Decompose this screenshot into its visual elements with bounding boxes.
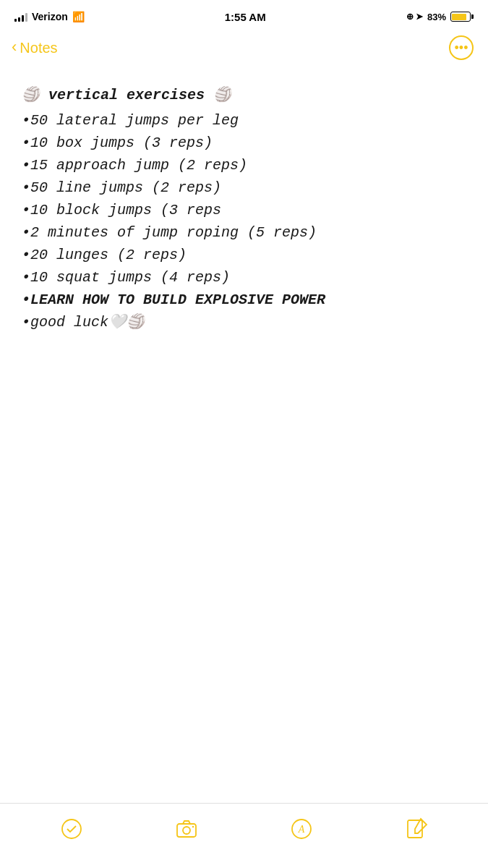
camera-icon	[175, 817, 198, 841]
note-line: •10 squat jumps (4 reps)	[22, 266, 466, 289]
nav-bar: ‹ Notes •••	[0, 32, 488, 69]
battery-icon	[450, 12, 474, 22]
note-line: •LEARN HOW TO BUILD EXPLOSIVE POWER	[22, 289, 466, 311]
note-line: •10 block jumps (3 reps	[22, 199, 466, 221]
signal-icon	[14, 12, 27, 22]
compose-icon	[405, 817, 428, 841]
camera-button[interactable]	[175, 817, 198, 841]
status-bar: Verizon 📶 1:55 AM ⊕ ➤ 83%	[0, 0, 488, 32]
bottom-toolbar: A	[0, 803, 488, 868]
checkmark-icon	[60, 817, 83, 841]
note-line: •50 line jumps (2 reps)	[22, 176, 466, 199]
status-right: ⊕ ➤ 83%	[406, 12, 474, 22]
status-left: Verizon 📶	[14, 11, 85, 22]
carrier-label: Verizon	[32, 11, 68, 22]
pencil-button[interactable]: A	[290, 817, 313, 841]
back-button[interactable]: ‹ Notes	[12, 40, 58, 56]
svg-point-3	[192, 825, 194, 827]
note-line: •20 lunges (2 reps)	[22, 244, 466, 266]
ellipsis-icon: •••	[455, 41, 468, 56]
time-label: 1:55 AM	[225, 11, 266, 23]
back-label: Notes	[20, 40, 57, 56]
location-icon: ⊕ ➤	[406, 12, 423, 22]
chevron-left-icon: ‹	[12, 39, 17, 55]
note-body: 🏐 vertical exercises 🏐 •50 lateral jumps…	[0, 69, 488, 348]
note-line: •10 box jumps (3 reps)	[22, 132, 466, 154]
note-line: •2 minutes of jump roping (5 reps)	[22, 221, 466, 244]
note-line: •15 approach jump (2 reps)	[22, 154, 466, 176]
note-title: 🏐 vertical exercises 🏐	[22, 84, 466, 106]
note-line: •50 lateral jumps per leg	[22, 109, 466, 132]
note-title-text: 🏐 vertical exercises 🏐	[22, 84, 231, 106]
compose-button[interactable]	[405, 817, 428, 841]
note-line: •good luck🤍🏐	[22, 311, 466, 333]
svg-rect-1	[177, 824, 196, 837]
pencil-icon: A	[290, 817, 313, 841]
wifi-icon: 📶	[72, 11, 85, 22]
battery-percent: 83%	[427, 12, 446, 22]
more-button[interactable]: •••	[449, 35, 474, 60]
svg-point-0	[62, 820, 81, 838]
svg-point-2	[183, 827, 190, 834]
checkmark-button[interactable]	[60, 817, 83, 841]
svg-text:A: A	[298, 824, 305, 835]
